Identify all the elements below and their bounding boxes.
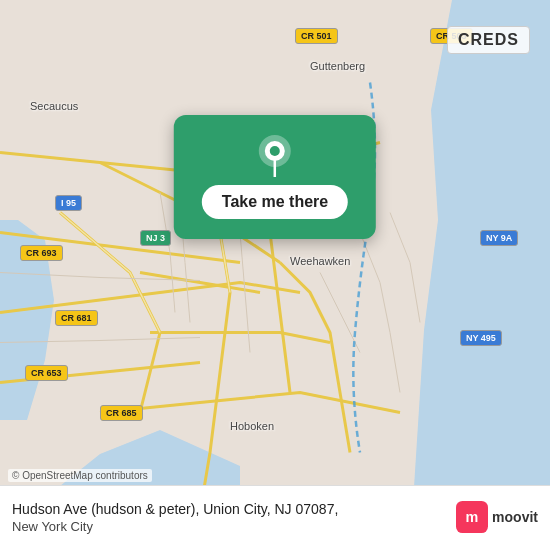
copyright-text: © OpenStreetMap contributors (8, 469, 152, 482)
info-bar: Hudson Ave (hudson & peter), Union City,… (0, 485, 550, 550)
shield-ny9a: NY 9A (480, 230, 518, 246)
popup-card: Take me there (174, 115, 376, 239)
address-line1: Hudson Ave (hudson & peter), Union City,… (12, 500, 456, 520)
address-line2: New York City (12, 519, 456, 534)
label-secaucus: Secaucus (30, 100, 78, 112)
shield-cr653: CR 653 (25, 365, 68, 381)
shield-nj3: NJ 3 (140, 230, 171, 246)
label-hoboken: Hoboken (230, 420, 274, 432)
shield-cr693: CR 693 (20, 245, 63, 261)
moovit-logo: m moovit (456, 501, 538, 533)
shield-i95: I 95 (55, 195, 82, 211)
take-me-there-button[interactable]: Take me there (202, 185, 348, 219)
svg-point-2 (270, 146, 280, 156)
label-weehawken: Weehawken (290, 255, 350, 267)
shield-cr501: CR 501 (295, 28, 338, 44)
location-pin-icon (257, 133, 293, 177)
address-info: Hudson Ave (hudson & peter), Union City,… (12, 500, 456, 535)
moovit-text: moovit (492, 509, 538, 525)
shield-ny495: NY 495 (460, 330, 502, 346)
label-guttenberg: Guttenberg (310, 60, 365, 72)
svg-text:m: m (466, 509, 479, 525)
shield-cr681: CR 681 (55, 310, 98, 326)
moovit-icon: m (456, 501, 488, 533)
road-network (0, 0, 550, 550)
creds-badge: CREDS (447, 26, 530, 54)
shield-cr685: CR 685 (100, 405, 143, 421)
map-container: Secaucus Guttenberg Weehawken Hoboken CR… (0, 0, 550, 550)
